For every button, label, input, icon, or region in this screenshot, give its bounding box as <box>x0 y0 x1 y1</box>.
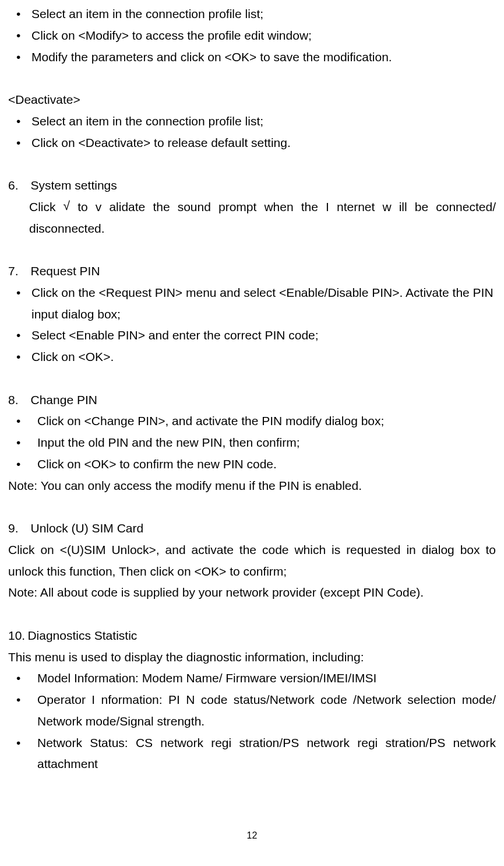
section-7-bullets: Click on the <Request PIN> menu and sele… <box>8 282 496 368</box>
section-9-heading: 9. Unlock (U) SIM Card <box>8 518 496 539</box>
section-10-intro: This menu is used to display the diagnos… <box>8 647 496 668</box>
section-9-body: Click on <(U)SIM Unlock>, and activate t… <box>8 539 496 583</box>
list-item: Click on <OK> to confirm the new PIN cod… <box>8 454 496 475</box>
section-6-body: Click √ to v alidate the sound prompt wh… <box>8 197 496 240</box>
list-item: Select an item in the connection profile… <box>8 111 496 132</box>
list-item: Click on <Change PIN>, and activate the … <box>8 411 496 432</box>
list-item: Operator I nformation: PI N code status/… <box>8 689 496 732</box>
section-10-heading: 10. Diagnostics Statistic <box>8 625 496 647</box>
list-item: Network Status: CS network regi stration… <box>8 732 496 776</box>
list-item: Model Information: Modem Name/ Firmware … <box>8 668 496 689</box>
section-8-bullets: Click on <Change PIN>, and activate the … <box>8 411 496 475</box>
list-item: Input the old PIN and the new PIN, then … <box>8 432 496 454</box>
checkbox-icon: √ <box>64 195 71 217</box>
section-8-heading: 8. Change PIN <box>8 390 496 411</box>
list-item: Modify the parameters and click on <OK> … <box>8 47 496 68</box>
deactivate-bullets: Select an item in the connection profile… <box>8 111 496 154</box>
section-10-bullets: Model Information: Modem Name/ Firmware … <box>8 668 496 775</box>
list-item: Click on <Modify> to access the profile … <box>8 25 496 47</box>
section-8-note: Note: You can only access the modify men… <box>8 475 496 497</box>
modify-bullets: Select an item in the connection profile… <box>8 3 496 68</box>
section-9-note: Note: All about code is supplied by your… <box>8 582 496 604</box>
list-item: Click on <OK>. <box>8 346 496 368</box>
text-prefix: Click <box>29 200 64 213</box>
page-number: 12 <box>8 828 496 844</box>
text-suffix: to v alidate the sound prompt when the I… <box>29 200 496 235</box>
section-7-heading: 7. Request PIN <box>8 261 496 282</box>
list-item: Select an item in the connection profile… <box>8 3 496 25</box>
section-6-heading: 6. System settings <box>8 175 496 197</box>
list-item: Click on <Deactivate> to release default… <box>8 132 496 154</box>
list-item: Click on the <Request PIN> menu and sele… <box>8 282 496 325</box>
deactivate-heading: <Deactivate> <box>8 89 496 111</box>
list-item: Select <Enable PIN> and enter the correc… <box>8 325 496 346</box>
